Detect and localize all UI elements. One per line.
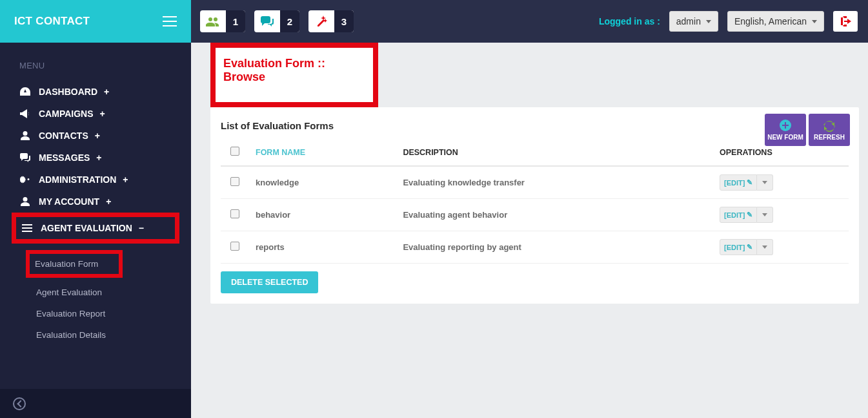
topbar-right: Logged in as : admin English, American bbox=[599, 11, 858, 32]
delete-selected-button[interactable]: DELETE SELECTED bbox=[221, 271, 318, 293]
panel: List of Evaluation Forms NEW FORM REFRES… bbox=[210, 107, 859, 304]
row-checkbox[interactable] bbox=[230, 177, 239, 186]
caret-down-icon bbox=[762, 181, 767, 184]
nav-label: MY ACCOUNT bbox=[39, 196, 99, 207]
row-name: reports bbox=[256, 242, 285, 252]
nav-label: AGENT EVALUATION bbox=[41, 223, 132, 233]
plus-circle-icon bbox=[779, 119, 792, 132]
col-form-name[interactable]: FORM NAME bbox=[249, 139, 396, 166]
pencil-icon: ✎ bbox=[747, 211, 752, 219]
new-form-label: NEW FORM bbox=[767, 134, 803, 141]
step-group: 1 2 3 bbox=[200, 10, 354, 32]
edit-button[interactable]: [EDIT]✎ bbox=[720, 239, 757, 255]
hamburger-icon[interactable] bbox=[163, 16, 177, 26]
refresh-button[interactable]: REFRESH bbox=[809, 114, 850, 146]
refresh-label: REFRESH bbox=[814, 134, 845, 141]
subnav-evaluation-details[interactable]: Evaluation Details bbox=[0, 324, 191, 346]
edit-button[interactable]: [EDIT]✎ bbox=[720, 207, 757, 223]
nav-list: DASHBOARD + CAMPAIGNS + CONTACTS + MESSA… bbox=[0, 81, 191, 244]
logout-button[interactable] bbox=[833, 11, 858, 32]
action-buttons: NEW FORM REFRESH bbox=[765, 114, 850, 146]
nav-label: DASHBOARD bbox=[39, 87, 97, 97]
op-dropdown[interactable] bbox=[757, 174, 773, 191]
plus-icon: + bbox=[106, 196, 111, 207]
page-heading-box: Evaluation Form :: Browse bbox=[210, 43, 378, 107]
op-dropdown[interactable] bbox=[757, 207, 773, 223]
plus-icon: + bbox=[95, 131, 100, 141]
caret-down-icon bbox=[762, 246, 767, 249]
users-icon bbox=[200, 10, 226, 32]
pencil-icon: ✎ bbox=[747, 243, 752, 251]
collapse-icon[interactable] bbox=[13, 397, 26, 410]
logout-icon bbox=[840, 16, 851, 26]
user-select[interactable]: admin bbox=[669, 11, 718, 32]
nav-contacts[interactable]: CONTACTS + bbox=[0, 125, 191, 147]
subnav-evaluation-report[interactable]: Evaluation Report bbox=[0, 303, 191, 324]
forms-table: FORM NAME DESCRIPTION OPERATIONS knowled… bbox=[221, 139, 849, 264]
plus-icon: + bbox=[123, 174, 128, 185]
language-selected: English, American bbox=[734, 16, 807, 26]
subnav-evaluation-form[interactable]: Evaluation Form bbox=[30, 254, 119, 274]
subnav-agent-evaluation[interactable]: Agent Evaluation bbox=[0, 282, 191, 303]
pencil-icon: ✎ bbox=[747, 178, 752, 187]
logged-in-label: Logged in as : bbox=[599, 16, 660, 26]
table-row: reports Evaluating reporting by agent [E… bbox=[221, 231, 849, 264]
bullhorn-icon bbox=[19, 109, 31, 118]
sidebar-bottom bbox=[0, 389, 191, 418]
brand-title: ICT CONTACT bbox=[14, 15, 90, 28]
step-1[interactable]: 1 bbox=[200, 10, 245, 32]
comments-icon bbox=[19, 153, 31, 162]
select-all-checkbox[interactable] bbox=[230, 147, 239, 156]
row-checkbox[interactable] bbox=[230, 242, 239, 251]
step-2[interactable]: 2 bbox=[254, 10, 299, 32]
table-row: knowledge Evaluating knowledge transfer … bbox=[221, 166, 849, 199]
refresh-icon bbox=[823, 119, 836, 132]
plus-icon: + bbox=[96, 152, 101, 163]
step-number: 3 bbox=[334, 10, 354, 32]
panel-title: List of Evaluation Forms bbox=[221, 120, 334, 131]
menu-label: MENU bbox=[0, 43, 191, 81]
nav-label: ADMINISTRATION bbox=[39, 174, 116, 185]
caret-down-icon bbox=[812, 20, 817, 23]
col-description: DESCRIPTION bbox=[396, 139, 713, 166]
row-desc: Evaluating agent behavior bbox=[403, 210, 507, 220]
nav-agent-evaluation[interactable]: AGENT EVALUATION − bbox=[16, 217, 175, 239]
edit-label: [EDIT] bbox=[724, 179, 745, 187]
nav-administration[interactable]: ADMINISTRATION + bbox=[0, 169, 191, 191]
page-heading: Evaluation Form :: Browse bbox=[223, 57, 365, 84]
minus-icon: − bbox=[139, 223, 144, 233]
nav-label: CONTACTS bbox=[39, 131, 88, 141]
panel-head: List of Evaluation Forms bbox=[210, 107, 859, 139]
op-dropdown[interactable] bbox=[757, 239, 773, 255]
subnav-list: Evaluation Form Agent Evaluation Evaluat… bbox=[0, 244, 191, 352]
edit-label: [EDIT] bbox=[724, 244, 745, 251]
brand-bar: ICT CONTACT bbox=[0, 0, 191, 43]
list-icon bbox=[21, 224, 33, 232]
comments2-icon bbox=[254, 10, 280, 32]
nav-campaigns[interactable]: CAMPAIGNS + bbox=[0, 103, 191, 125]
plus-icon: + bbox=[104, 87, 109, 97]
nav-messages[interactable]: MESSAGES + bbox=[0, 147, 191, 169]
row-checkbox[interactable] bbox=[230, 209, 239, 218]
table-wrap: FORM NAME DESCRIPTION OPERATIONS knowled… bbox=[210, 139, 859, 304]
nav-dashboard[interactable]: DASHBOARD + bbox=[0, 81, 191, 103]
user-icon bbox=[19, 131, 31, 140]
language-select[interactable]: English, American bbox=[727, 11, 824, 32]
topbar: 1 2 3 Logged in as : admin Englis bbox=[191, 0, 868, 43]
edit-label: [EDIT] bbox=[724, 211, 745, 219]
step-number: 1 bbox=[226, 10, 245, 32]
caret-down-icon bbox=[762, 213, 767, 216]
step-3[interactable]: 3 bbox=[308, 10, 354, 32]
row-desc: Evaluating knowledge transfer bbox=[403, 178, 525, 187]
op-group: [EDIT]✎ bbox=[720, 174, 773, 191]
nav-label: MESSAGES bbox=[39, 152, 90, 163]
magic-wand-icon bbox=[308, 10, 334, 32]
user2-icon bbox=[19, 197, 31, 206]
edit-button[interactable]: [EDIT]✎ bbox=[720, 174, 757, 191]
new-form-button[interactable]: NEW FORM bbox=[765, 114, 806, 146]
cogs-icon bbox=[19, 175, 31, 184]
op-group: [EDIT]✎ bbox=[720, 239, 773, 255]
nav-myaccount[interactable]: MY ACCOUNT + bbox=[0, 191, 191, 213]
sidebar: ICT CONTACT MENU DASHBOARD + CAMPAIGNS +… bbox=[0, 0, 191, 418]
op-group: [EDIT]✎ bbox=[720, 207, 773, 223]
